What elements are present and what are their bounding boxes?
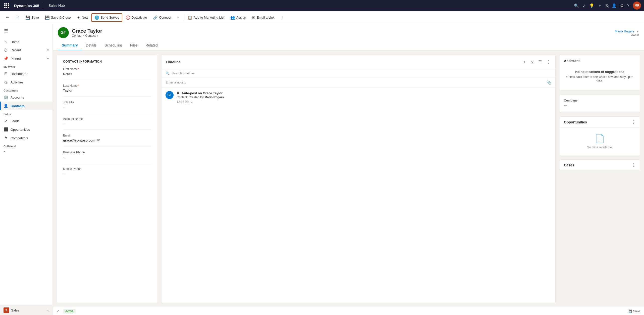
timeline-add-icon[interactable]: ＋ <box>521 58 527 66</box>
more-options-button[interactable]: ⋮ <box>278 14 287 21</box>
back-button[interactable]: ← <box>3 14 12 21</box>
search-icon[interactable]: 🔍 <box>574 3 579 8</box>
timeline-note-input[interactable] <box>166 80 544 84</box>
plus-icon[interactable]: ＋ <box>598 3 602 8</box>
save-button[interactable]: 💾 Save <box>23 14 42 22</box>
tab-summary[interactable]: Summary <box>58 41 82 50</box>
leads-icon: ↗ <box>4 119 8 123</box>
record-type-chevron-icon[interactable]: ∨ <box>97 34 99 37</box>
sidebar-item-recent[interactable]: ⏱ Recent ∨ <box>0 46 52 54</box>
timeline-panel: Timeline ＋ ⧖ ☰ ⋮ 🔍 📎 GT <box>161 55 556 303</box>
field-email: Email grace@contoso.com ✉ <box>63 134 151 147</box>
field-last-name: Last Name* Taylor <box>63 84 151 97</box>
no-notifications-block: No notifications or suggestions Check ba… <box>564 66 636 86</box>
opportunities-title: Opportunities <box>564 120 632 124</box>
expand-entry-icon[interactable]: ∨ <box>190 100 193 104</box>
connect-chevron-button[interactable]: ▾ <box>175 14 182 21</box>
timeline-sort-icon[interactable]: ☰ <box>537 59 543 65</box>
deactivate-button[interactable]: 🚫 Deactivate <box>123 14 150 22</box>
field-value-last-name[interactable]: Taylor <box>63 88 151 92</box>
timeline-more-icon[interactable]: ⋮ <box>545 59 551 65</box>
field-value-business-phone[interactable]: --- <box>63 155 151 159</box>
cases-more-icon[interactable]: ⋮ <box>632 163 636 167</box>
new-button[interactable]: ＋ New <box>74 13 91 22</box>
top-nav-icons: 🔍 ✓ 💡 ＋ ⧖ 👤 ⚙ ? MR <box>574 2 641 10</box>
filter-icon[interactable]: ⧖ <box>605 3 608 8</box>
help-icon[interactable]: ? <box>627 3 629 8</box>
field-value-account-name[interactable]: --- <box>63 122 151 125</box>
company-label: Company <box>564 99 636 102</box>
opportunities-card: Opportunities ⋮ 📄 No data available. <box>560 116 640 155</box>
owner-name[interactable]: Mario Rogers <box>615 29 634 33</box>
field-value-mobile-phone[interactable]: --- <box>63 172 151 175</box>
check-circle-icon[interactable]: ✓ <box>582 3 586 8</box>
field-value-first-name[interactable]: Grace <box>63 72 151 76</box>
attachment-icon[interactable]: 📎 <box>546 80 551 85</box>
sidebar-hamburger[interactable]: ☰ <box>2 26 50 36</box>
nav-separator <box>44 3 44 8</box>
tab-scheduling[interactable]: Scheduling <box>101 41 126 50</box>
status-bar: ⤢ Active 💾 Save <box>53 307 644 315</box>
sidebar-item-home[interactable]: ⌂ Home <box>0 38 52 46</box>
sidebar-item-pinned[interactable]: 📌 Pinned ∨ <box>0 54 52 63</box>
record-name-block: Grace Taylor Contact • Contact ∨ <box>72 28 102 37</box>
tab-files[interactable]: Files <box>126 41 142 50</box>
deactivate-icon: 🚫 <box>126 15 130 20</box>
sidebar-label-leads: Leads <box>11 119 19 123</box>
collateral-chevron-icon[interactable]: ▾ <box>4 150 5 153</box>
field-first-name: First Name* Grace <box>63 67 151 80</box>
sidebar-item-competitors[interactable]: ⚑ Competitors <box>0 134 52 142</box>
document-view-button[interactable]: 📄 <box>13 14 22 21</box>
record-owner: Mario Rogers ∨ Owner <box>615 29 639 36</box>
field-account-name: Account Name --- <box>63 117 151 130</box>
content-area: GT Grace Taylor Contact • Contact ∨ Mari… <box>53 24 644 315</box>
sidebar-item-dashboards[interactable]: ⊞ Dashboards <box>0 69 52 78</box>
timeline-entry-avatar: GT <box>166 91 174 99</box>
sidebar-label-home: Home <box>11 40 19 44</box>
field-business-phone: Business Phone --- <box>63 151 151 163</box>
sidebar-bottom-item[interactable]: S Sales ◇ <box>0 305 52 315</box>
sidebar-item-accounts[interactable]: 🏢 Accounts <box>0 93 52 102</box>
tab-details[interactable]: Details <box>82 41 101 50</box>
ellipsis-icon: ⋮ <box>281 16 284 19</box>
sidebar-bottom-label: Sales <box>11 308 19 312</box>
plus-new-icon: ＋ <box>77 15 80 20</box>
sidebar-item-opportunities[interactable]: ⬛ Opportunities <box>0 125 52 134</box>
tab-related[interactable]: Related <box>141 41 162 50</box>
section-collateral: Collateral <box>0 142 52 149</box>
cmd-separator-1 <box>183 14 183 21</box>
owner-chevron-icon[interactable]: ∨ <box>637 30 639 33</box>
opportunities-more-icon[interactable]: ⋮ <box>632 120 636 124</box>
sidebar-item-leads[interactable]: ↗ Leads <box>0 117 52 125</box>
send-survey-button[interactable]: 🌐 Send Survey <box>91 13 122 22</box>
timeline-filter-icon[interactable]: ⧖ <box>530 59 535 65</box>
connect-button[interactable]: 🔗 Connect <box>150 14 174 22</box>
user-avatar[interactable]: MR <box>633 2 641 10</box>
field-value-email[interactable]: grace@contoso.com <box>63 139 95 142</box>
person-settings-icon[interactable]: 👤 <box>612 3 617 8</box>
add-marketing-button[interactable]: 📋 Add to Marketing List <box>185 14 227 22</box>
dashboards-icon: ⊞ <box>4 71 8 76</box>
tabs-row: Summary Details Scheduling Files Related <box>58 41 639 50</box>
timeline-header: Timeline ＋ ⧖ ☰ ⋮ <box>162 55 555 69</box>
top-nav: Dynamics 365 Sales Hub 🔍 ✓ 💡 ＋ ⧖ 👤 ⚙ ? M… <box>0 0 644 11</box>
lightbulb-icon[interactable]: 💡 <box>589 3 594 8</box>
sidebar-item-activities[interactable]: ◷ Activities <box>0 78 52 86</box>
no-notifications-sub: Check back later to see what's new and s… <box>566 75 634 82</box>
app-grid-icon[interactable] <box>3 2 10 9</box>
email-link-button[interactable]: ✉ Email a Link <box>249 14 277 22</box>
sidebar-item-contacts[interactable]: 👤 Contacts <box>0 102 52 110</box>
field-value-job-title[interactable]: --- <box>63 105 151 109</box>
footer-save-button[interactable]: 💾 Save <box>628 309 640 313</box>
sidebar-bottom-chevron-icon[interactable]: ◇ <box>47 309 49 312</box>
email-send-icon[interactable]: ✉ <box>97 138 100 142</box>
sales-icon: S <box>4 307 9 313</box>
assistant-panel: Assistant No notifications or suggestion… <box>560 55 640 303</box>
gear-icon[interactable]: ⚙ <box>620 3 624 8</box>
timeline-search-icon: 🔍 <box>166 71 170 75</box>
save-close-button[interactable]: 💾 Save & Close <box>42 14 74 22</box>
opportunities-icon: ⬛ <box>4 127 8 132</box>
timeline-search-input[interactable] <box>172 71 551 75</box>
expand-btn[interactable]: ⤢ <box>57 309 59 313</box>
assign-button[interactable]: 👥 Assign <box>228 14 249 22</box>
